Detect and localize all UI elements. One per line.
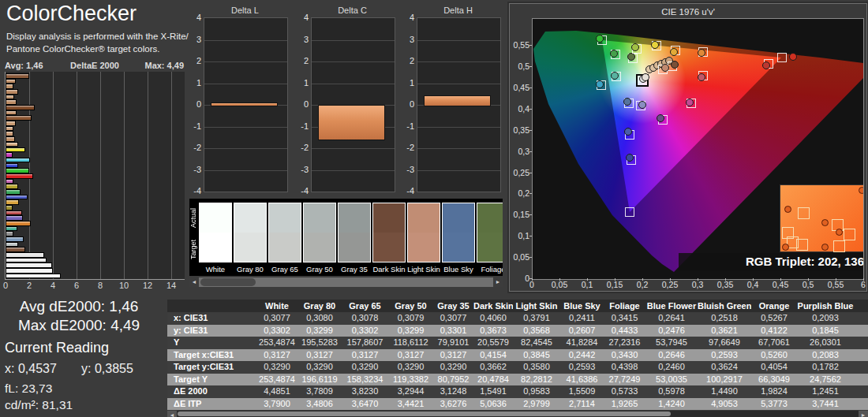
gridline (204, 40, 287, 41)
table-scroll-left-icon[interactable]: ◄ (167, 411, 177, 417)
rgb-triplet-label: RGB Triplet: 202, 136, 97 (679, 253, 864, 270)
table-cell: 27,2316 (604, 337, 645, 349)
table-scrollbar-handle[interactable] (178, 411, 671, 416)
swatch-actual-half (443, 203, 474, 233)
table-cell: 0,5267 (751, 312, 797, 325)
de-bar (6, 147, 25, 153)
table-cell: 1,4490 (698, 385, 751, 398)
tick-mark (559, 278, 560, 281)
color-swatch (303, 203, 336, 262)
table-cell: 0,3624 (698, 361, 751, 374)
gridline (53, 72, 54, 279)
reading-y-value: y: 0,3855 (81, 362, 133, 376)
inset-circle (782, 244, 789, 251)
table-cell: 80,7952 (433, 374, 473, 386)
swatch-label: Dark Skin (372, 265, 406, 274)
table-cell: 53,7945 (645, 337, 698, 349)
delta-bar (424, 95, 491, 106)
gridline (417, 148, 500, 149)
table-cell: 157,8607 (342, 337, 388, 349)
table-cell: 4,4851 (256, 385, 297, 398)
table-cell: 0,2518 (698, 312, 751, 325)
cie-x-tick-label: 0,55 (828, 280, 844, 289)
y-tick-label: -4 (189, 186, 201, 195)
table-scrollbar[interactable]: ◄ ► (167, 411, 868, 417)
cie-chart-plot: RGB Triplet: 202, 136, 97 (532, 18, 864, 280)
swatch-scrollbar-handle[interactable] (200, 278, 256, 286)
swatch-actual-half (477, 203, 503, 233)
y-tick-label: 2 (296, 56, 309, 65)
table-row: Y253,4874195,5283157,8607118,611279,9101… (167, 337, 868, 349)
table-cell: 0,3127 (388, 349, 433, 362)
y-tick-label: -1 (402, 121, 414, 131)
swatch-scroll-right-icon[interactable]: ► (493, 277, 503, 287)
swatch-axis-label: Actual (189, 203, 198, 232)
inset-circle (821, 244, 829, 251)
de-bar (6, 242, 18, 248)
gridline (417, 40, 500, 41)
cie-measured-point (651, 41, 659, 49)
gridline (417, 84, 500, 84)
tick-mark (529, 87, 532, 88)
cie-y-tick-label: 0,4 (510, 104, 529, 114)
cie-measured-point (631, 43, 639, 51)
swatch-scrollbar[interactable]: ◄ ► (189, 277, 503, 287)
swatch-actual-half (339, 203, 370, 233)
tick-mark (780, 278, 781, 281)
table-cell: 0,3127 (256, 349, 297, 362)
tick-mark (642, 278, 643, 281)
gridline (204, 84, 287, 84)
de-bar (6, 210, 22, 216)
x-tick-label: 10 (119, 281, 129, 290)
table-cell: 0,3 (854, 361, 868, 374)
color-swatch (234, 203, 267, 262)
de-bar (6, 205, 13, 210)
de-bar (6, 258, 47, 263)
de-bar (6, 252, 44, 258)
y-tick-label: 3 (189, 35, 201, 44)
table-cell: 0,3415 (604, 312, 645, 325)
table-cell: 0,3077 (433, 312, 473, 325)
y-tick-label: 2 (189, 56, 201, 65)
delta-chart-title: Delta H (417, 6, 499, 15)
table-cell: 82,4545 (513, 337, 560, 349)
table-cell: 0,4154 (473, 349, 513, 362)
table-cell: 0,4398 (604, 361, 645, 374)
gridline (417, 170, 500, 171)
swatch-scroll-left-icon[interactable]: ◄ (189, 277, 199, 287)
de2000-bar-chart (5, 72, 185, 280)
swatch-strip: ActualTargetWhiteGray 80Gray 65Gray 50Gr… (189, 199, 503, 276)
table-cell: 0,3299 (297, 325, 342, 337)
reading-x-value: x: 0,4537 (5, 362, 57, 376)
table-cell: 0,3290 (342, 361, 388, 374)
tick-mark (529, 130, 532, 131)
table-cell: 0,2641 (645, 312, 698, 325)
table-header-row: WhiteGray 80Gray 65Gray 50Gray 35Dark Sk… (167, 300, 868, 312)
y-tick-label: 4 (189, 13, 201, 22)
x-tick-label: 4 (51, 281, 55, 290)
gridline (204, 127, 287, 128)
table-cell: 2,9799 (513, 398, 560, 411)
table-cell: 100,2917 (698, 374, 751, 386)
cie-1976-panel: CIE 1976 u'v' RGB Triplet: 202, 136, 97 … (509, 3, 867, 292)
gridline (312, 84, 395, 84)
current-reading-heading: Current Reading (5, 340, 109, 356)
cie-measured-point (610, 50, 618, 58)
y-tick-label: 4 (296, 13, 309, 22)
de-bar (6, 163, 18, 169)
cie-measured-point (789, 53, 797, 61)
table-cell: 3,7900 (256, 398, 297, 411)
gridline (204, 170, 287, 171)
column-header: Dark Skin (473, 300, 513, 312)
cie-x-tick-label: 0,3 (692, 280, 704, 289)
swatch-label: Gray 80 (233, 265, 268, 274)
de-bar (6, 268, 53, 274)
gridline (171, 72, 172, 279)
row-label: Target x:CIE31 (167, 349, 256, 362)
cie-x-tick-label: 0,15 (607, 280, 623, 289)
table-cell: 4,9053 (698, 398, 751, 411)
table-scroll-right-icon[interactable]: ► (859, 411, 868, 417)
gridline (124, 72, 125, 279)
cie-x-tick-label: 0,25 (662, 280, 678, 289)
table-cell: 1,2451 (797, 385, 854, 398)
